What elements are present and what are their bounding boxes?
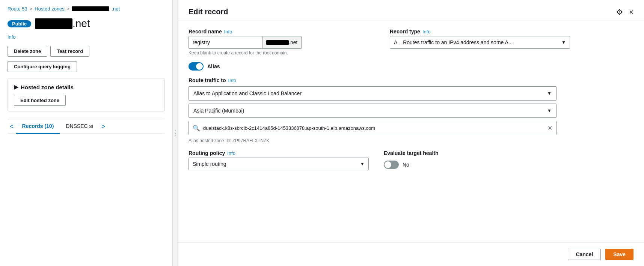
tab-records[interactable]: Records (10)	[16, 119, 60, 134]
region-select[interactable]: Asia Pacific (Mumbai) ▼	[189, 104, 557, 118]
cancel-button[interactable]: Cancel	[568, 249, 601, 260]
hz-arrow-icon: ▶	[14, 84, 18, 90]
panel-body: Record name Info .net Keep blank to crea…	[178, 21, 644, 179]
routing-policy-info-link[interactable]: Info	[227, 150, 235, 156]
record-name-hint: Keep blank to create a record for the ro…	[189, 50, 384, 56]
alias-target-arrow-icon: ▼	[547, 91, 552, 96]
lb-search-row: 🔍 ✕	[189, 121, 557, 135]
tabs-area: < Records (10) DNSSEC si >	[8, 119, 165, 134]
settings-icon-button[interactable]: ⚙	[616, 8, 623, 16]
panel-header: Edit record ⚙ ×	[178, 0, 644, 21]
zone-header: Public .net	[8, 18, 165, 30]
evaluate-health-value: No	[403, 162, 409, 168]
breadcrumb-domain	[72, 6, 109, 11]
evaluate-health-toggle-thumb	[385, 161, 391, 168]
evaluate-health-label: Evaluate target health	[384, 150, 439, 156]
tab-prev-button[interactable]: <	[8, 120, 16, 134]
public-badge: Public	[8, 20, 31, 27]
zone-domain: .net	[35, 18, 90, 30]
record-type-arrow-icon: ▼	[561, 40, 566, 45]
record-type-info-link[interactable]: Info	[422, 29, 431, 35]
breadcrumb-sep1: >	[30, 6, 33, 12]
breadcrumb-hosted-zones[interactable]: Hosted zones	[35, 6, 65, 12]
alias-target-value: Alias to Application and Classic Load Ba…	[193, 90, 302, 96]
alias-toggle-thumb	[196, 63, 203, 70]
search-icon: 🔍	[193, 125, 200, 132]
panel-title: Edit record	[189, 8, 228, 16]
routing-policy-value: Simple routing	[193, 161, 226, 167]
routing-row: Routing policy Info Simple routing ▼ Eva…	[189, 150, 633, 172]
evaluate-health-row: No	[384, 158, 439, 172]
alias-label: Alias	[207, 63, 220, 69]
record-type-label: Record type Info	[390, 29, 570, 35]
configure-query-logging-button[interactable]: Configure query logging	[8, 61, 77, 72]
tab-next-button[interactable]: >	[99, 120, 108, 134]
clear-icon[interactable]: ✕	[547, 125, 552, 132]
evaluate-health-group: Evaluate target health No	[384, 150, 439, 172]
edit-hosted-zone-wrapper: Edit hosted zone	[14, 95, 158, 106]
alias-toggle[interactable]	[189, 62, 204, 71]
record-name-label: Record name Info	[189, 29, 384, 35]
zone-domain-suffix: .net	[72, 18, 90, 30]
region-arrow-icon: ▼	[547, 108, 552, 113]
evaluate-health-toggle[interactable]	[384, 161, 399, 169]
alias-zone-hint: Alias hosted zone ID: ZP97RAFLXTNZK	[189, 138, 557, 143]
domain-redacted	[266, 40, 289, 45]
save-button[interactable]: Save	[605, 249, 633, 260]
alias-target-select[interactable]: Alias to Application and Classic Load Ba…	[189, 86, 557, 101]
breadcrumb: Route 53 > Hosted zones > .net	[8, 6, 165, 12]
routing-policy-select[interactable]: Simple routing ▼	[189, 158, 369, 170]
lb-search-input[interactable]	[203, 125, 544, 131]
tabs-row: < Records (10) DNSSEC si >	[8, 119, 165, 134]
route-traffic-group: Route traffic to Info Alias to Applicati…	[189, 77, 557, 143]
record-name-group: Record name Info .net Keep blank to crea…	[189, 29, 384, 56]
zone-domain-redacted	[35, 18, 72, 29]
record-name-info-link[interactable]: Info	[224, 29, 232, 35]
record-type-value: A – Routes traffic to an IPv4 address an…	[394, 39, 513, 45]
action-buttons-row: Delete zone Test record	[8, 46, 165, 57]
evaluate-health-toggle-wrapper	[384, 161, 399, 169]
delete-zone-button[interactable]: Delete zone	[8, 46, 47, 57]
edit-hosted-zone-button[interactable]: Edit hosted zone	[14, 95, 66, 106]
domain-suffix-display: .net	[262, 36, 302, 49]
resize-handle[interactable]: ⋮	[173, 0, 178, 266]
hosted-zone-details-title[interactable]: ▶ Hosted zone details	[14, 84, 158, 90]
hosted-zone-details-box: ▶ Hosted zone details Edit hosted zone	[8, 78, 165, 111]
routing-policy-arrow-icon: ▼	[360, 161, 365, 167]
domain-net: .net	[289, 39, 297, 45]
tab-dnssec[interactable]: DNSSEC si	[60, 119, 99, 134]
route-traffic-info-link[interactable]: Info	[228, 78, 237, 83]
panel-footer: Cancel Save	[178, 242, 644, 266]
route-traffic-label: Route traffic to Info	[189, 77, 557, 83]
sidebar-info-link[interactable]: Info	[8, 34, 165, 40]
hz-title-label: Hosted zone details	[21, 84, 74, 90]
sidebar: Route 53 > Hosted zones > .net Public .n…	[0, 0, 173, 266]
routing-policy-group: Routing policy Info Simple routing ▼	[189, 150, 369, 170]
close-icon-button[interactable]: ×	[629, 8, 633, 16]
breadcrumb-sep2: >	[67, 6, 70, 12]
main-panel: Edit record ⚙ × Record name Info .net	[178, 0, 644, 266]
breadcrumb-net: .net	[112, 6, 120, 12]
region-value: Asia Pacific (Mumbai)	[193, 108, 244, 114]
configure-logging-row: Configure query logging	[8, 61, 165, 72]
alias-row: Alias	[189, 62, 633, 71]
routing-policy-label: Routing policy Info	[189, 150, 369, 156]
record-type-select[interactable]: A – Routes traffic to an IPv4 address an…	[390, 36, 570, 49]
breadcrumb-route53[interactable]: Route 53	[8, 6, 27, 12]
header-icons: ⚙ ×	[616, 8, 633, 16]
test-record-button[interactable]: Test record	[50, 46, 89, 57]
record-name-type-row: Record name Info .net Keep blank to crea…	[189, 29, 633, 56]
record-type-group: Record type Info A – Routes traffic to a…	[390, 29, 570, 49]
record-name-input[interactable]	[189, 36, 262, 49]
record-name-input-group: .net	[189, 36, 384, 49]
